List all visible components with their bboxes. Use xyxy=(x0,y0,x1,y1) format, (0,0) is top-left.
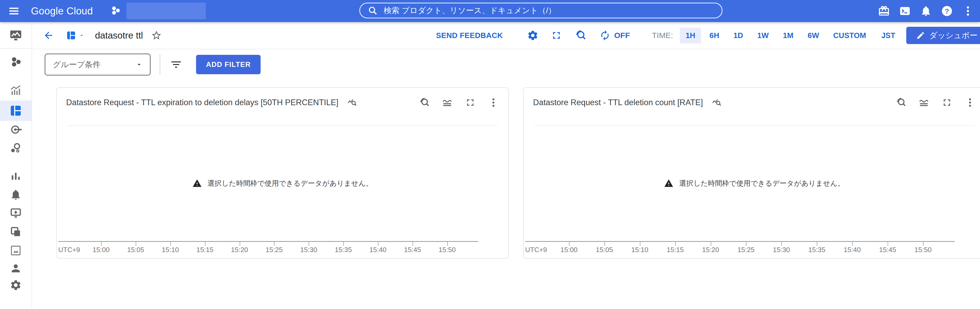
axis-tick xyxy=(309,242,309,246)
axis-tick xyxy=(447,242,448,246)
chart-cards-row: Datastore Request - TTL expiration to de… xyxy=(56,87,980,258)
integrations-arrow-circle-icon xyxy=(10,124,22,136)
time-range-custom[interactable]: CUSTOM xyxy=(827,27,872,44)
search-input[interactable]: 検索 プロダクト、リソース、ドキュメント（/） xyxy=(359,3,722,18)
gift-icon[interactable] xyxy=(878,5,890,17)
help-icon[interactable]: ? xyxy=(941,5,953,17)
zoom-reset-icon[interactable] xyxy=(574,29,586,41)
axis-tick xyxy=(136,242,136,246)
zoom-reset-icon[interactable] xyxy=(418,97,430,108)
sidebar-divider xyxy=(0,48,32,49)
sidebar-item-integrations[interactable] xyxy=(0,119,32,140)
dashboard-type-icon[interactable] xyxy=(66,30,76,40)
filter-list-icon[interactable] xyxy=(170,58,182,71)
star-favorite-icon[interactable] xyxy=(151,30,162,41)
x-axis: UTC+915:0015:0515:1015:1515:2015:2515:30… xyxy=(525,241,955,257)
axis-tick xyxy=(170,242,171,246)
google-cloud-logo: Google Cloud xyxy=(31,5,93,17)
time-range-6w[interactable]: 6W xyxy=(802,27,825,44)
legend-toggle-icon[interactable] xyxy=(918,97,929,108)
add-filter-button[interactable]: ADD FILTER xyxy=(196,55,261,74)
more-vert-icon[interactable] xyxy=(488,97,499,108)
pencil-icon xyxy=(916,31,925,40)
chevron-down-icon[interactable] xyxy=(79,33,84,38)
page-title: datasotre ttl xyxy=(95,30,143,41)
view-in-metrics-explorer-icon[interactable] xyxy=(712,98,722,108)
sidebar-item-snapshots[interactable] xyxy=(0,240,32,261)
axis-tick xyxy=(569,242,570,246)
more-vert-icon[interactable] xyxy=(964,97,975,108)
chart-card-header: Datastore Request - TTL deletion count [… xyxy=(523,88,980,117)
axis-tick-label: 15:40 xyxy=(369,246,386,254)
framed-image-icon xyxy=(10,245,22,256)
fullscreen-icon[interactable] xyxy=(550,30,562,41)
sidebar-item-metrics-management[interactable] xyxy=(0,166,32,187)
app-bar: Google Cloud 検索 プロダクト、リソース、ドキュメント（/） ? xyxy=(0,0,980,22)
axis-tick-label: 15:00 xyxy=(560,246,578,254)
metrics-explorer-icon xyxy=(10,84,22,97)
project-hexagons-icon xyxy=(110,5,121,17)
time-label: TIME: xyxy=(652,31,673,40)
caret-down-icon xyxy=(136,61,143,68)
axis-tick xyxy=(746,242,746,246)
groups-bubbles-icon xyxy=(10,142,22,154)
legend-toggle-icon[interactable] xyxy=(442,97,453,108)
axis-tick-label: 15:30 xyxy=(773,246,790,254)
monitoring-icon xyxy=(9,29,22,42)
sidebar-item-settings[interactable] xyxy=(0,275,32,295)
fullscreen-icon[interactable] xyxy=(465,97,476,108)
view-in-metrics-explorer-icon[interactable] xyxy=(347,98,357,108)
time-range-1h[interactable]: 1H xyxy=(680,27,701,44)
project-switcher[interactable] xyxy=(110,3,206,19)
fullscreen-icon[interactable] xyxy=(942,97,953,108)
axis-tick xyxy=(274,242,275,246)
timezone-button[interactable]: JST xyxy=(881,31,895,40)
monitoring-sidebar xyxy=(0,22,32,309)
axis-tick-label: 15:40 xyxy=(844,246,861,254)
menu-icon[interactable] xyxy=(8,5,20,17)
axis-tick-label: 15:10 xyxy=(162,246,179,254)
back-button[interactable] xyxy=(43,30,54,41)
svg-text:?: ? xyxy=(945,8,949,15)
chart-actions xyxy=(418,97,499,108)
edit-dashboard-button[interactable]: ダッシュボードを編集 xyxy=(906,27,980,44)
time-range-1m[interactable]: 1M xyxy=(777,27,799,44)
axis-tick-label: 15:00 xyxy=(93,246,110,254)
time-range-6h[interactable]: 6H xyxy=(704,27,725,44)
axis-tick-label: 15:50 xyxy=(439,246,456,254)
sidebar-item-uptime-checks[interactable] xyxy=(0,203,32,223)
axis-tick-label: 15:10 xyxy=(631,246,648,254)
sidebar-item-dashboards-list[interactable] xyxy=(0,222,32,242)
axis-timezone-label: UTC+9 xyxy=(58,246,80,254)
group-by-placeholder: グループ条件 xyxy=(53,59,136,70)
dashboard-toolbar-right: SEND FEEDBACK OFF TIME: 1H 6H 1D 1W 1M 6… xyxy=(436,22,980,49)
sidebar-item-dashboards[interactable] xyxy=(0,100,32,121)
time-range-1w[interactable]: 1W xyxy=(751,27,775,44)
auto-refresh-toggle[interactable]: OFF xyxy=(600,30,630,41)
group-by-select[interactable]: グループ条件 xyxy=(45,54,151,76)
alerting-bell-icon xyxy=(10,189,22,201)
axis-tick-label: 15:15 xyxy=(196,246,213,254)
sidebar-item-groups[interactable] xyxy=(0,138,32,158)
chart-title: Datastore Request - TTL expiration to de… xyxy=(66,98,338,107)
axis-timezone-label: UTC+9 xyxy=(525,246,547,254)
warning-icon xyxy=(192,179,202,188)
zoom-reset-icon[interactable] xyxy=(895,97,906,108)
chart-card-ttl-delays: Datastore Request - TTL expiration to de… xyxy=(56,87,509,258)
sidebar-item-metrics-explorer[interactable] xyxy=(0,81,32,101)
axis-tick xyxy=(923,242,924,246)
send-feedback-button[interactable]: SEND FEEDBACK xyxy=(436,31,503,40)
time-range-1d[interactable]: 1D xyxy=(727,27,749,44)
more-vert-icon[interactable] xyxy=(962,5,974,17)
auto-refresh-state: OFF xyxy=(614,31,630,40)
settings-gear-icon[interactable] xyxy=(527,30,539,41)
axis-tick-label: 15:05 xyxy=(127,246,144,254)
dashboard-toolbar: datasotre ttl SEND FEEDBACK OFF TIME: 1H… xyxy=(32,22,980,49)
notifications-bell-icon[interactable] xyxy=(920,5,932,17)
cloud-shell-icon[interactable] xyxy=(899,5,911,17)
sidebar-item-alerting[interactable] xyxy=(0,184,32,205)
sidebar-item-monitoring[interactable] xyxy=(0,25,32,46)
vertical-divider xyxy=(159,54,161,75)
sidebar-item-services[interactable] xyxy=(0,52,32,73)
warning-icon xyxy=(664,179,673,188)
